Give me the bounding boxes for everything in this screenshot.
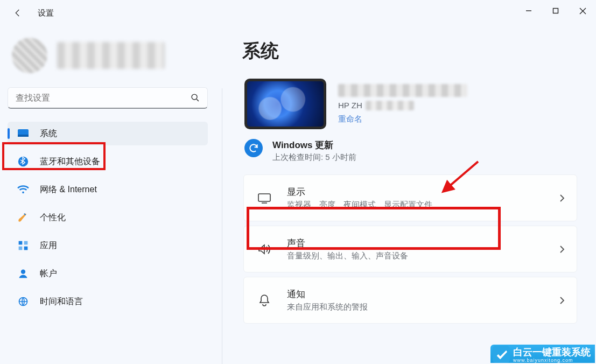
update-title: Windows 更新 bbox=[272, 139, 356, 151]
svg-point-2 bbox=[192, 94, 197, 100]
svg-rect-9 bbox=[24, 247, 28, 250]
sidebar-item-personalization[interactable]: 个性化 bbox=[8, 206, 208, 229]
device-name-blurred bbox=[338, 84, 467, 97]
svg-rect-1 bbox=[553, 9, 558, 13]
search-box[interactable] bbox=[8, 87, 208, 109]
rename-link[interactable]: 重命名 bbox=[338, 114, 362, 124]
svg-rect-12 bbox=[258, 194, 270, 201]
avatar bbox=[12, 38, 47, 73]
card-title: 声音 bbox=[287, 237, 559, 249]
sidebar-item-label: 应用 bbox=[40, 240, 57, 251]
update-subtitle: 上次检查时间: 5 小时前 bbox=[272, 152, 356, 163]
sidebar-item-time-language[interactable]: 时间和语言 bbox=[8, 290, 208, 313]
bell-icon bbox=[256, 293, 273, 307]
watermark-logo-icon bbox=[493, 346, 510, 363]
display-icon bbox=[256, 192, 273, 204]
card-display[interactable]: 显示 监视器、亮度、夜间模式、显示配置文件 bbox=[243, 174, 577, 221]
svg-rect-6 bbox=[19, 241, 23, 245]
chevron-right-icon bbox=[559, 245, 565, 254]
sidebar-item-accounts[interactable]: 帐户 bbox=[8, 262, 208, 285]
bluetooth-icon bbox=[15, 156, 31, 167]
watermark-url: www.baiyunxitong.com bbox=[513, 358, 591, 363]
wifi-icon bbox=[15, 185, 31, 194]
sidebar-item-system[interactable]: 系统 bbox=[8, 122, 208, 145]
svg-point-10 bbox=[21, 270, 25, 274]
search-input[interactable] bbox=[16, 93, 191, 103]
sidebar-item-label: 系统 bbox=[40, 128, 57, 139]
device-model: HP ZH bbox=[338, 100, 424, 111]
apps-icon bbox=[15, 240, 31, 251]
svg-rect-4 bbox=[18, 135, 29, 137]
system-icon bbox=[15, 129, 31, 138]
device-thumbnail bbox=[244, 79, 326, 129]
maximize-button[interactable] bbox=[542, 0, 569, 22]
windows-update-row[interactable]: Windows 更新 上次检查时间: 5 小时前 bbox=[244, 139, 581, 163]
card-title: 通知 bbox=[287, 288, 559, 300]
sidebar-item-label: 网络 & Internet bbox=[40, 184, 97, 195]
brush-icon bbox=[15, 212, 31, 223]
device-info: HP ZH 重命名 bbox=[244, 79, 581, 129]
sound-icon bbox=[256, 243, 273, 256]
page-title: 系统 bbox=[242, 39, 581, 64]
nav-list: 系统 蓝牙和其他设备 网络 & Internet 个性化 应用 bbox=[8, 122, 215, 313]
svg-rect-8 bbox=[19, 247, 23, 250]
title-bar: 设置 bbox=[0, 0, 596, 26]
watermark: 白云一键重装系统 www.baiyunxitong.com bbox=[490, 345, 595, 363]
sync-icon bbox=[244, 139, 263, 157]
settings-cards: 显示 监视器、亮度、夜间模式、显示配置文件 声音 音量级别、输出、输入、声音设备 bbox=[243, 174, 581, 324]
content-area: 系统 HP ZH 重命名 Windows 更新 上次检查时间: 5 小时前 显示… bbox=[232, 39, 581, 324]
close-button[interactable] bbox=[569, 0, 596, 22]
sidebar-item-label: 蓝牙和其他设备 bbox=[40, 156, 100, 167]
sidebar-item-network[interactable]: 网络 & Internet bbox=[8, 178, 208, 201]
svg-rect-7 bbox=[24, 241, 28, 245]
minimize-button[interactable] bbox=[515, 0, 542, 22]
globe-icon bbox=[15, 296, 31, 307]
card-sound[interactable]: 声音 音量级别、输出、输入、声音设备 bbox=[243, 226, 577, 272]
chevron-right-icon bbox=[559, 296, 565, 305]
divider bbox=[222, 88, 222, 364]
card-title: 显示 bbox=[287, 186, 559, 198]
watermark-text: 白云一键重装系统 bbox=[513, 347, 591, 358]
user-name-blurred bbox=[57, 42, 165, 69]
app-title: 设置 bbox=[38, 8, 54, 18]
window-controls bbox=[515, 0, 596, 22]
sidebar-item-apps[interactable]: 应用 bbox=[8, 234, 208, 257]
card-subtitle: 来自应用和系统的警报 bbox=[287, 302, 559, 312]
card-notifications[interactable]: 通知 来自应用和系统的警报 bbox=[243, 277, 577, 324]
card-subtitle: 监视器、亮度、夜间模式、显示配置文件 bbox=[287, 200, 559, 210]
account-icon bbox=[15, 268, 31, 279]
sidebar-item-bluetooth[interactable]: 蓝牙和其他设备 bbox=[8, 150, 208, 173]
search-icon bbox=[191, 93, 200, 102]
sidebar-item-label: 个性化 bbox=[40, 212, 66, 223]
sidebar-item-label: 帐户 bbox=[40, 268, 57, 279]
back-button[interactable] bbox=[5, 1, 30, 25]
user-profile[interactable] bbox=[8, 32, 215, 79]
sidebar-item-label: 时间和语言 bbox=[40, 296, 83, 307]
chevron-right-icon bbox=[559, 194, 565, 202]
card-subtitle: 音量级别、输出、输入、声音设备 bbox=[287, 251, 559, 261]
sidebar: 系统 蓝牙和其他设备 网络 & Internet 个性化 应用 bbox=[0, 32, 215, 313]
